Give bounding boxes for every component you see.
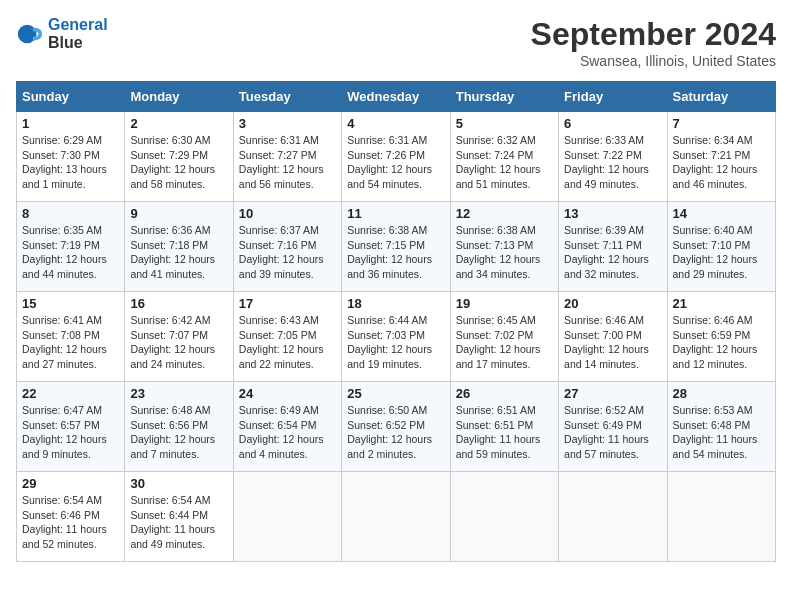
- empty-cell: [342, 472, 450, 562]
- calendar-table: Sunday Monday Tuesday Wednesday Thursday…: [16, 81, 776, 562]
- day-cell-26: 26 Sunrise: 6:51 AMSunset: 6:51 PMDaylig…: [450, 382, 558, 472]
- empty-cell: [667, 472, 775, 562]
- day-cell-20: 20 Sunrise: 6:46 AMSunset: 7:00 PMDaylig…: [559, 292, 667, 382]
- col-tuesday: Tuesday: [233, 82, 341, 112]
- week-row: 1 Sunrise: 6:29 AMSunset: 7:30 PMDayligh…: [17, 112, 776, 202]
- day-cell-2: 2 Sunrise: 6:30 AMSunset: 7:29 PMDayligh…: [125, 112, 233, 202]
- day-cell-10: 10 Sunrise: 6:37 AMSunset: 7:16 PMDaylig…: [233, 202, 341, 292]
- col-wednesday: Wednesday: [342, 82, 450, 112]
- day-cell-22: 22 Sunrise: 6:47 AMSunset: 6:57 PMDaylig…: [17, 382, 125, 472]
- month-title: September 2024: [531, 16, 776, 53]
- day-cell-3: 3 Sunrise: 6:31 AMSunset: 7:27 PMDayligh…: [233, 112, 341, 202]
- day-cell-25: 25 Sunrise: 6:50 AMSunset: 6:52 PMDaylig…: [342, 382, 450, 472]
- day-cell-27: 27 Sunrise: 6:52 AMSunset: 6:49 PMDaylig…: [559, 382, 667, 472]
- calendar-body: 1 Sunrise: 6:29 AMSunset: 7:30 PMDayligh…: [17, 112, 776, 562]
- col-thursday: Thursday: [450, 82, 558, 112]
- col-sunday: Sunday: [17, 82, 125, 112]
- day-cell-21: 21 Sunrise: 6:46 AMSunset: 6:59 PMDaylig…: [667, 292, 775, 382]
- title-block: September 2024 Swansea, Illinois, United…: [531, 16, 776, 69]
- col-saturday: Saturday: [667, 82, 775, 112]
- week-row: 22 Sunrise: 6:47 AMSunset: 6:57 PMDaylig…: [17, 382, 776, 472]
- day-cell-6: 6 Sunrise: 6:33 AMSunset: 7:22 PMDayligh…: [559, 112, 667, 202]
- calendar-header: Sunday Monday Tuesday Wednesday Thursday…: [17, 82, 776, 112]
- week-row: 15 Sunrise: 6:41 AMSunset: 7:08 PMDaylig…: [17, 292, 776, 382]
- svg-point-0: [18, 25, 37, 44]
- empty-cell: [233, 472, 341, 562]
- header-row: Sunday Monday Tuesday Wednesday Thursday…: [17, 82, 776, 112]
- week-row: 29 Sunrise: 6:54 AMSunset: 6:46 PMDaylig…: [17, 472, 776, 562]
- day-cell-17: 17 Sunrise: 6:43 AMSunset: 7:05 PMDaylig…: [233, 292, 341, 382]
- day-cell-19: 19 Sunrise: 6:45 AMSunset: 7:02 PMDaylig…: [450, 292, 558, 382]
- day-cell-23: 23 Sunrise: 6:48 AMSunset: 6:56 PMDaylig…: [125, 382, 233, 472]
- day-cell-18: 18 Sunrise: 6:44 AMSunset: 7:03 PMDaylig…: [342, 292, 450, 382]
- day-cell-16: 16 Sunrise: 6:42 AMSunset: 7:07 PMDaylig…: [125, 292, 233, 382]
- logo-text: General Blue: [48, 16, 108, 52]
- empty-cell: [450, 472, 558, 562]
- empty-cell: [559, 472, 667, 562]
- location: Swansea, Illinois, United States: [531, 53, 776, 69]
- day-cell-8: 8 Sunrise: 6:35 AMSunset: 7:19 PMDayligh…: [17, 202, 125, 292]
- day-cell-13: 13 Sunrise: 6:39 AMSunset: 7:11 PMDaylig…: [559, 202, 667, 292]
- day-cell-5: 5 Sunrise: 6:32 AMSunset: 7:24 PMDayligh…: [450, 112, 558, 202]
- page-header: General Blue September 2024 Swansea, Ill…: [16, 16, 776, 69]
- day-cell-29: 29 Sunrise: 6:54 AMSunset: 6:46 PMDaylig…: [17, 472, 125, 562]
- logo-icon: [16, 20, 44, 48]
- col-monday: Monday: [125, 82, 233, 112]
- day-cell-15: 15 Sunrise: 6:41 AMSunset: 7:08 PMDaylig…: [17, 292, 125, 382]
- day-cell-11: 11 Sunrise: 6:38 AMSunset: 7:15 PMDaylig…: [342, 202, 450, 292]
- week-row: 8 Sunrise: 6:35 AMSunset: 7:19 PMDayligh…: [17, 202, 776, 292]
- col-friday: Friday: [559, 82, 667, 112]
- day-cell-30: 30 Sunrise: 6:54 AMSunset: 6:44 PMDaylig…: [125, 472, 233, 562]
- day-cell-24: 24 Sunrise: 6:49 AMSunset: 6:54 PMDaylig…: [233, 382, 341, 472]
- day-cell-12: 12 Sunrise: 6:38 AMSunset: 7:13 PMDaylig…: [450, 202, 558, 292]
- logo: General Blue: [16, 16, 108, 52]
- day-cell-1: 1 Sunrise: 6:29 AMSunset: 7:30 PMDayligh…: [17, 112, 125, 202]
- day-cell-9: 9 Sunrise: 6:36 AMSunset: 7:18 PMDayligh…: [125, 202, 233, 292]
- day-cell-28: 28 Sunrise: 6:53 AMSunset: 6:48 PMDaylig…: [667, 382, 775, 472]
- day-cell-4: 4 Sunrise: 6:31 AMSunset: 7:26 PMDayligh…: [342, 112, 450, 202]
- day-cell-7: 7 Sunrise: 6:34 AMSunset: 7:21 PMDayligh…: [667, 112, 775, 202]
- day-cell-14: 14 Sunrise: 6:40 AMSunset: 7:10 PMDaylig…: [667, 202, 775, 292]
